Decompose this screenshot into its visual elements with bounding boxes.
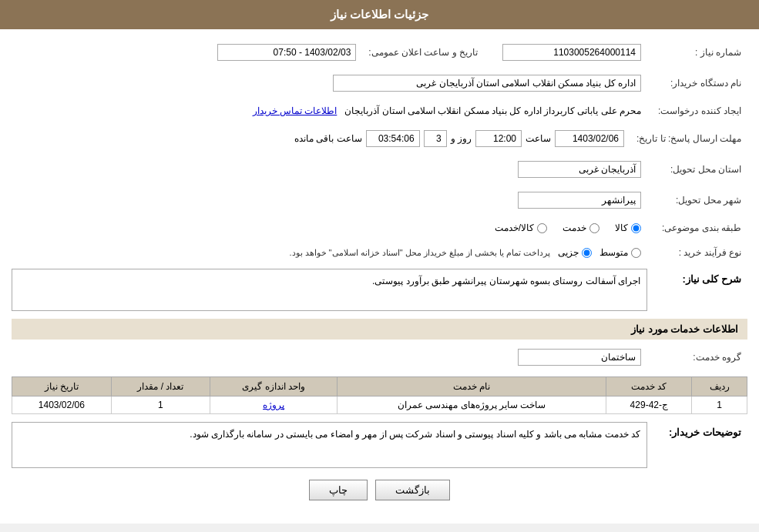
col-header-row: ردیف	[692, 377, 747, 396]
response-remaining: 03:54:06	[366, 130, 420, 147]
province-value: آذربایجان غربی	[518, 161, 641, 178]
category-radio1-label: کالا	[615, 223, 628, 233]
process-radio-minor[interactable]: جزیی	[558, 247, 592, 258]
category-radio2-label: خدمت	[563, 223, 586, 233]
back-button[interactable]: بازگشت	[375, 480, 450, 500]
need-number-label: شماره نیاز :	[647, 41, 747, 64]
service-unit-link[interactable]: پروژه	[263, 400, 284, 410]
process-radio2-input[interactable]	[631, 248, 641, 258]
response-remaining-label: ساعت باقی مانده	[294, 133, 362, 144]
action-buttons: بازگشت چاپ	[12, 480, 747, 500]
response-time-label: ساعت	[526, 133, 551, 144]
service-name: ساخت سایر پروژه‌های مهندسی عمران	[337, 396, 606, 414]
creator-label: ایجاد کننده درخواست:	[647, 102, 747, 119]
service-unit: پروژه	[210, 396, 338, 414]
service-date: 1403/02/06	[12, 396, 112, 414]
category-radio1-input[interactable]	[631, 223, 641, 233]
buyer-notes-box: کد خدمت مشابه می باشد و کلیه اسناد پیوست…	[12, 422, 647, 468]
response-days: 3	[424, 130, 447, 147]
buyer-org-value: اداره کل بنیاد مسکن انقلاب اسلامی استان …	[333, 75, 641, 92]
col-header-qty: تعداد / مقدار	[111, 377, 210, 396]
process-radio-medium[interactable]: متوسط	[599, 247, 641, 258]
category-label: طبقه بندی موضوعی:	[647, 219, 747, 236]
category-radio-goods-services[interactable]: کالا/خدمت	[495, 223, 547, 233]
service-group-value: ساختمان	[518, 349, 641, 366]
service-code: ج-42-429	[606, 396, 692, 414]
page-title: جزئیات اطلاعات نیاز	[331, 8, 428, 21]
need-number-value: 1103005264000114	[502, 44, 641, 61]
creator-link[interactable]: اطلاعات تماس خریدار	[253, 105, 338, 116]
buyer-notes-value: کد خدمت مشابه می باشد و کلیه اسناد پیوست…	[190, 429, 640, 440]
response-time: 12:00	[475, 130, 522, 147]
need-description-value: اجرای آسفالت روستای بسوه شهرستان پیرانشه…	[372, 276, 640, 286]
col-header-unit: واحد اندازه گیری	[210, 377, 338, 396]
process-radio2-label: متوسط	[599, 247, 628, 258]
col-header-name: نام خدمت	[337, 377, 606, 396]
col-header-date: تاریخ نیاز	[12, 377, 112, 396]
process-radio1-input[interactable]	[582, 248, 592, 258]
col-header-code: کد خدمت	[606, 377, 692, 396]
city-value: پیرانشهر	[518, 192, 641, 209]
category-radio-goods[interactable]: کالا	[615, 223, 641, 233]
process-radio1-label: جزیی	[558, 247, 579, 258]
province-label: استان محل تحویل:	[647, 158, 747, 181]
page-header: جزئیات اطلاعات نیاز	[0, 0, 759, 29]
buyer-notes-label: توضیحات خریدار:	[647, 422, 747, 443]
services-section-header: اطلاعات خدمات مورد نیاز	[12, 319, 747, 340]
print-button[interactable]: چاپ	[309, 480, 368, 500]
response-deadline-label: مهلت ارسال پاسخ: تا تاریخ:	[630, 127, 747, 150]
response-days-label: روز و	[451, 133, 472, 144]
creator-value: محرم علی یاباتی کاربرداز اداره کل بنیاد …	[344, 105, 641, 116]
row-num: 1	[692, 396, 747, 414]
need-description-label: شرح کلی نیاز:	[647, 269, 747, 289]
announcement-date-value: 1403/02/03 - 07:50	[217, 44, 356, 61]
category-radio3-input[interactable]	[537, 223, 547, 233]
buyer-org-label: نام دستگاه خریدار:	[647, 72, 747, 95]
service-qty: 1	[111, 396, 210, 414]
category-radio3-label: کالا/خدمت	[495, 223, 534, 233]
need-description-box: اجرای آسفالت روستای بسوه شهرستان پیرانشه…	[12, 269, 647, 311]
table-row: 1ج-42-429ساخت سایر پروژه‌های مهندسی عمرا…	[12, 396, 747, 414]
response-date: 1403/02/06	[555, 130, 624, 147]
process-note: پرداخت تمام یا بخشی از مبلغ خریداز محل "…	[289, 248, 550, 258]
category-radio2-input[interactable]	[589, 223, 599, 233]
category-radio-service[interactable]: خدمت	[563, 223, 599, 233]
city-label: شهر محل تحویل:	[647, 189, 747, 212]
service-group-label: گروه خدمت:	[647, 346, 747, 369]
announcement-date-label: تاریخ و ساعت اعلان عمومی:	[362, 41, 493, 64]
process-label: نوع فرآیند خرید :	[647, 244, 747, 261]
